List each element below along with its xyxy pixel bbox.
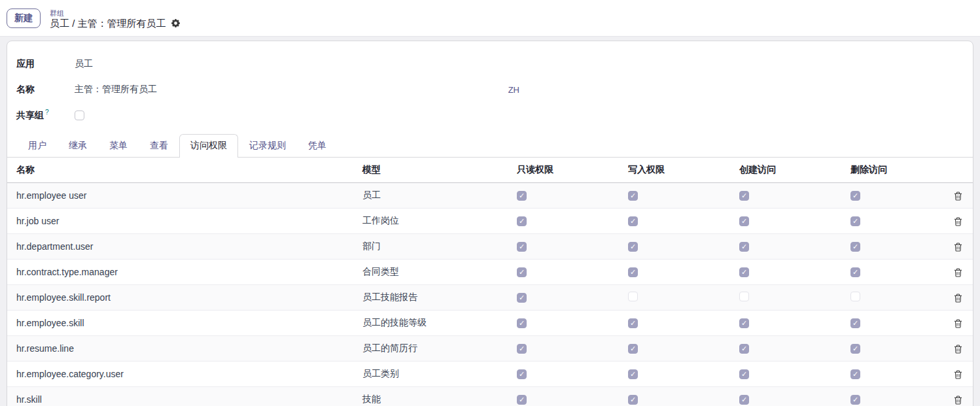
checkbox-create[interactable]: [739, 369, 749, 379]
cell-perm-read: [514, 335, 625, 361]
application-value[interactable]: 员工: [75, 58, 93, 70]
checkbox-delete[interactable]: [850, 292, 860, 301]
cell-perm-create: [737, 233, 848, 259]
checkbox-delete[interactable]: [850, 191, 860, 201]
delete-row-icon[interactable]: [954, 217, 962, 226]
cell-perm-write: [625, 208, 737, 233]
delete-row-icon[interactable]: [954, 319, 962, 328]
tab-menus[interactable]: 菜单: [98, 134, 139, 158]
checkbox-read[interactable]: [517, 293, 527, 303]
cell-model: 技能: [360, 386, 514, 406]
help-icon[interactable]: ?: [45, 109, 49, 116]
group-form-card: 应用 员工 名称 主管：管理所有员工 ZH 共享组? 用户继承菜单查看访问权限记…: [7, 41, 973, 406]
tab-users[interactable]: 用户: [17, 134, 58, 158]
tab-vouchers[interactable]: 凭单: [297, 134, 338, 158]
tab-inherited[interactable]: 继承: [58, 134, 98, 158]
checkbox-delete[interactable]: [850, 395, 860, 405]
checkbox-write[interactable]: [628, 395, 638, 405]
table-row[interactable]: hr.skill技能: [7, 386, 973, 406]
table-row[interactable]: hr.contract.type.manager合同类型: [7, 259, 973, 284]
checkbox-write[interactable]: [628, 242, 638, 252]
checkbox-write[interactable]: [628, 318, 638, 328]
header-model: 模型: [360, 158, 514, 182]
delete-row-icon[interactable]: [954, 268, 962, 277]
checkbox-write[interactable]: [628, 344, 638, 354]
delete-row-icon[interactable]: [954, 192, 962, 201]
checkbox-delete[interactable]: [850, 216, 860, 226]
checkbox-create[interactable]: [739, 267, 749, 277]
checkbox-delete[interactable]: [850, 318, 860, 328]
checkbox-create[interactable]: [739, 242, 749, 252]
cell-model: 员工类别: [360, 361, 514, 386]
translate-lang-badge[interactable]: ZH: [508, 85, 519, 95]
checkbox-create[interactable]: [739, 344, 749, 354]
cell-model: 员工的简历行: [360, 335, 514, 361]
checkbox-read[interactable]: [517, 216, 527, 226]
table-row[interactable]: hr.resume.line员工的简历行: [7, 335, 973, 361]
checkbox-write[interactable]: [628, 216, 638, 226]
cell-perm-create: [737, 335, 848, 361]
cell-model: 工作岗位: [360, 208, 514, 233]
cell-actions: [946, 259, 973, 284]
table-row[interactable]: hr.employee.skill员工的技能等级: [7, 310, 973, 335]
cell-perm-write: [625, 310, 737, 335]
checkbox-delete[interactable]: [850, 242, 860, 252]
checkbox-create[interactable]: [739, 191, 749, 201]
tab-access-rights[interactable]: 访问权限: [179, 134, 238, 158]
checkbox-read[interactable]: [517, 395, 527, 405]
checkbox-create[interactable]: [739, 292, 749, 301]
checkbox-read[interactable]: [517, 267, 527, 277]
breadcrumb-parent-link[interactable]: 群组: [50, 9, 64, 18]
checkbox-read[interactable]: [517, 369, 527, 379]
access-rights-table: 名称 模型 只读权限 写入权限 创建访问 删除访问 hr.employee us…: [7, 158, 973, 406]
delete-row-icon[interactable]: [954, 243, 962, 252]
cell-model: 员工: [360, 182, 514, 208]
cell-actions: [946, 310, 973, 335]
checkbox-write[interactable]: [628, 191, 638, 201]
cell-perm-write: [625, 361, 737, 386]
cell-perm-delete: [848, 335, 946, 361]
table-row[interactable]: hr.job user工作岗位: [7, 208, 973, 233]
table-row[interactable]: hr.employee.category.user员工类别: [7, 361, 973, 386]
checkbox-create[interactable]: [739, 318, 749, 328]
delete-row-icon[interactable]: [954, 345, 962, 354]
cell-perm-read: [514, 284, 625, 310]
table-row[interactable]: hr.department.user部门: [7, 233, 973, 259]
cell-actions: [946, 361, 973, 386]
checkbox-delete[interactable]: [850, 267, 860, 277]
checkbox-delete[interactable]: [850, 344, 860, 354]
tab-views[interactable]: 查看: [139, 134, 179, 158]
cell-name: hr.employee.skill.report: [7, 284, 360, 310]
name-value[interactable]: 主管：管理所有员工: [75, 84, 157, 95]
cell-perm-create: [737, 208, 848, 233]
table-row[interactable]: hr.employee user员工: [7, 182, 973, 208]
share-group-label: 共享组?: [16, 109, 75, 122]
delete-row-icon[interactable]: [954, 370, 962, 379]
share-group-checkbox[interactable]: [75, 110, 84, 120]
cell-perm-create: [737, 284, 848, 310]
cell-name: hr.resume.line: [7, 335, 360, 361]
delete-row-icon[interactable]: [954, 294, 962, 303]
cell-model: 员工技能报告: [360, 284, 514, 310]
tab-record-rules[interactable]: 记录规则: [238, 134, 297, 158]
checkbox-read[interactable]: [517, 191, 527, 201]
cell-name: hr.department.user: [7, 233, 360, 259]
checkbox-write[interactable]: [628, 267, 638, 277]
new-button[interactable]: 新建: [7, 8, 41, 28]
gear-icon[interactable]: [171, 19, 180, 27]
checkbox-write[interactable]: [628, 292, 638, 301]
checkbox-write[interactable]: [628, 369, 638, 379]
checkbox-create[interactable]: [739, 395, 749, 405]
group-form: 应用 员工 名称 主管：管理所有员工 ZH 共享组?: [7, 41, 973, 125]
delete-row-icon[interactable]: [954, 396, 962, 405]
checkbox-read[interactable]: [517, 344, 527, 354]
checkbox-read[interactable]: [517, 242, 527, 252]
cell-perm-create: [737, 182, 848, 208]
cell-actions: [946, 335, 973, 361]
checkbox-read[interactable]: [517, 318, 527, 328]
cell-perm-read: [514, 208, 625, 233]
table-row[interactable]: hr.employee.skill.report员工技能报告: [7, 284, 973, 310]
checkbox-delete[interactable]: [850, 369, 860, 379]
checkbox-create[interactable]: [739, 216, 749, 226]
cell-model: 部门: [360, 233, 514, 259]
